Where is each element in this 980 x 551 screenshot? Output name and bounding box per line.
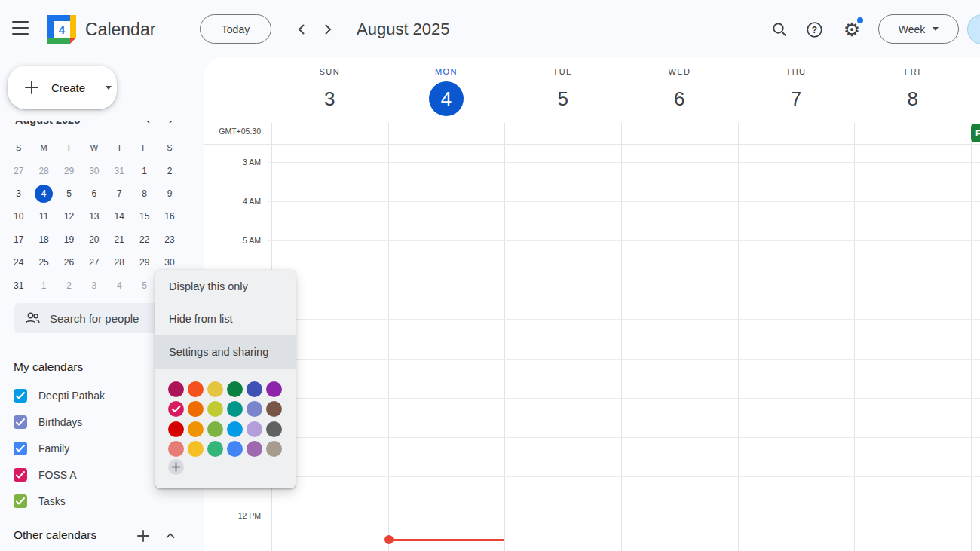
mini-calendar-day[interactable]: 19 [60, 231, 78, 249]
color-swatch[interactable] [227, 401, 243, 417]
mini-calendar-prev-button[interactable] [140, 121, 155, 127]
menu-item[interactable]: Display this only [155, 270, 296, 303]
mini-calendar-day[interactable]: 22 [136, 231, 154, 249]
allday-event-chip[interactable]: F [971, 124, 980, 142]
color-swatch[interactable] [266, 421, 282, 437]
color-swatch[interactable] [227, 421, 243, 437]
color-swatch[interactable] [188, 381, 204, 397]
mini-calendar-day[interactable]: 6 [85, 185, 103, 203]
mini-calendar-day[interactable]: 1 [136, 162, 154, 180]
allday-row-separator [204, 144, 980, 145]
calendar-checkbox[interactable] [14, 442, 27, 455]
color-swatch[interactable] [207, 441, 223, 457]
previous-period-button[interactable] [292, 20, 311, 38]
menu-item[interactable]: Settings and sharing [155, 335, 296, 369]
color-swatch[interactable] [188, 421, 204, 437]
search-button[interactable] [764, 14, 795, 44]
view-selector[interactable]: Week [878, 14, 959, 44]
day-date-button[interactable]: 7 [779, 81, 813, 116]
mini-calendar-day[interactable]: 20 [85, 231, 103, 249]
mini-calendar-day[interactable]: 29 [60, 162, 78, 180]
mini-calendar-day[interactable]: 5 [136, 277, 154, 295]
mini-calendar-day[interactable]: 2 [161, 162, 179, 180]
mini-calendar-day[interactable]: 31 [110, 162, 128, 180]
color-swatch[interactable] [168, 421, 184, 437]
day-weekday-label: TUE [504, 67, 621, 76]
settings-button[interactable]: ⚙ [837, 14, 867, 44]
mini-calendar-day[interactable]: 23 [161, 231, 179, 249]
color-swatch[interactable] [247, 441, 262, 457]
mini-calendar-day[interactable]: 30 [161, 253, 179, 271]
mini-calendar-day[interactable]: 16 [161, 207, 179, 225]
mini-calendar-day[interactable]: 17 [10, 231, 28, 249]
mini-calendar-day[interactable]: 2 [60, 277, 78, 295]
color-swatch[interactable] [227, 441, 243, 457]
mini-calendar-day[interactable]: 21 [110, 231, 128, 249]
mini-calendar-day[interactable]: 1 [35, 277, 53, 295]
add-other-calendar-button[interactable] [133, 525, 154, 546]
mini-calendar-day[interactable]: 24 [10, 253, 28, 271]
mini-calendar-day[interactable]: 11 [35, 207, 53, 225]
mini-calendar-title: August 2025 [15, 121, 80, 126]
mini-calendar-day[interactable]: 27 [85, 253, 103, 271]
color-swatch[interactable] [227, 381, 243, 397]
day-date-button[interactable]: 5 [546, 81, 580, 116]
color-swatch[interactable] [168, 381, 184, 397]
color-swatch[interactable] [266, 441, 282, 457]
mini-calendar-day[interactable]: 7 [110, 185, 128, 203]
color-swatch[interactable] [188, 441, 204, 457]
color-swatch[interactable] [207, 401, 223, 417]
calendar-checkbox[interactable] [14, 468, 27, 482]
day-date-button[interactable]: 8 [896, 81, 930, 116]
mini-calendar-day[interactable]: 25 [35, 253, 53, 271]
mini-calendar-day[interactable]: 28 [35, 162, 53, 180]
account-avatar[interactable] [967, 14, 980, 44]
today-button[interactable]: Today [200, 14, 271, 44]
mini-calendar-day[interactable]: 13 [85, 207, 103, 225]
color-swatch[interactable] [247, 421, 262, 437]
add-custom-color-button[interactable] [168, 459, 184, 475]
mini-calendar-day[interactable]: 28 [110, 253, 128, 271]
mini-calendar-day[interactable]: 5 [60, 185, 78, 203]
day-date-button[interactable]: 6 [662, 81, 697, 116]
color-swatch[interactable] [266, 401, 282, 417]
mini-calendar-day[interactable]: 27 [10, 162, 28, 180]
calendar-checkbox[interactable] [14, 494, 27, 508]
next-period-button[interactable] [319, 20, 337, 38]
menu-item[interactable]: Hide from list [155, 303, 296, 336]
color-swatch[interactable] [168, 401, 184, 417]
color-swatch[interactable] [247, 381, 262, 397]
mini-calendar-day[interactable]: 3 [85, 277, 103, 295]
checkmark-icon [14, 442, 27, 455]
calendar-checkbox[interactable] [14, 389, 27, 403]
day-date-button[interactable]: 3 [312, 81, 347, 116]
mini-calendar-day[interactable]: 9 [161, 185, 179, 203]
mini-calendar-day[interactable]: 15 [136, 207, 154, 225]
mini-calendar-day[interactable]: 4 [35, 185, 53, 203]
create-button[interactable]: Create [8, 66, 117, 109]
collapse-other-calendars-button[interactable] [160, 525, 181, 546]
main-menu-icon[interactable] [12, 21, 29, 36]
mini-calendar-day[interactable]: 30 [85, 162, 103, 180]
color-swatch[interactable] [168, 441, 184, 457]
color-swatch[interactable] [247, 401, 262, 417]
color-swatch[interactable] [188, 401, 204, 417]
color-swatch[interactable] [266, 381, 282, 397]
mini-calendar-day[interactable]: 8 [136, 185, 154, 203]
mini-calendar-day[interactable]: 4 [110, 277, 128, 295]
mini-calendar-day[interactable]: 18 [35, 231, 53, 249]
calendar-checkbox[interactable] [14, 415, 27, 429]
mini-calendar-day[interactable]: 14 [110, 207, 128, 225]
mini-calendar-day[interactable]: 3 [10, 185, 28, 203]
mini-calendar-day[interactable]: 10 [10, 207, 28, 225]
color-swatch[interactable] [207, 381, 223, 397]
color-swatch[interactable] [207, 421, 223, 437]
mini-calendar-next-button[interactable] [164, 121, 179, 127]
calendar-list-item[interactable]: Tasks [0, 488, 201, 514]
mini-calendar-day[interactable]: 29 [136, 253, 154, 271]
help-button[interactable]: ? [799, 14, 829, 44]
mini-calendar-day[interactable]: 12 [60, 207, 78, 225]
day-date-button[interactable]: 4 [429, 81, 464, 116]
mini-calendar-day[interactable]: 26 [60, 253, 78, 271]
mini-calendar-day[interactable]: 31 [10, 277, 28, 295]
